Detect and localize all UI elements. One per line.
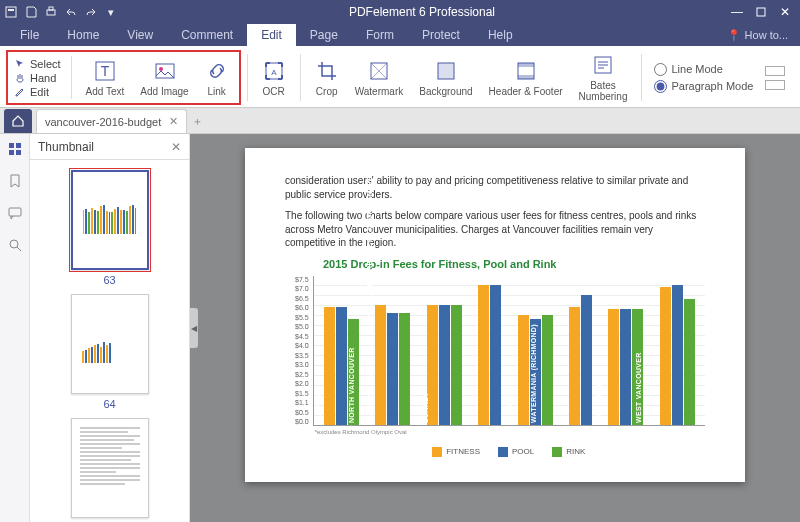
document-tab[interactable]: vancouver-2016-budget ✕ <box>36 109 187 133</box>
thumbnail-panel: Thumbnail ✕ 63 64 65 <box>30 134 190 522</box>
svg-rect-2 <box>47 10 55 15</box>
link-button[interactable]: Link <box>197 52 237 103</box>
panel-close-icon[interactable]: ✕ <box>171 140 181 154</box>
pdf-page: consideration users' ability to pay and … <box>245 148 745 482</box>
add-text-button[interactable]: T Add Text <box>78 52 133 103</box>
how-to-link[interactable]: 📍 How to... <box>727 29 794 42</box>
chart-bar-group: WATERMANIA (RICHMOND) <box>569 295 592 425</box>
save-icon[interactable] <box>24 5 38 19</box>
close-button[interactable]: ✕ <box>774 3 796 21</box>
svg-rect-13 <box>438 63 454 79</box>
maximize-button[interactable] <box>750 3 772 21</box>
cursor-icon <box>14 58 26 70</box>
menu-file[interactable]: File <box>6 24 53 46</box>
chart-ytick: $2.0 <box>295 380 309 387</box>
home-tab-button[interactable] <box>4 109 32 133</box>
ocr-icon: A <box>262 59 286 83</box>
chart-ytick: $3.5 <box>295 352 309 359</box>
thumbnails-icon[interactable] <box>6 140 24 158</box>
menubar: File Home View Comment Edit Page Form Pr… <box>0 24 800 46</box>
menu-form[interactable]: Form <box>352 24 408 46</box>
hand-label: Hand <box>30 72 56 84</box>
redo-icon[interactable] <box>84 5 98 19</box>
undo-icon[interactable] <box>64 5 78 19</box>
svg-rect-21 <box>16 150 21 155</box>
line-mode-radio[interactable]: Line Mode <box>654 63 753 76</box>
sidebar <box>0 134 30 522</box>
bookmarks-icon[interactable] <box>6 172 24 190</box>
chart-grid: BURNABYNORTH VANCOUVERSURREYSURREY LEISU… <box>313 276 705 426</box>
print-icon[interactable] <box>44 5 58 19</box>
panel-collapse-handle[interactable]: ◀ <box>190 308 198 348</box>
minimize-button[interactable]: — <box>726 3 748 21</box>
align-control-1[interactable] <box>765 66 785 76</box>
window-controls: — ✕ <box>726 3 796 21</box>
bates-button[interactable]: Bates Numbering <box>571 50 636 105</box>
chart-ytick: $1.1 <box>295 399 309 406</box>
select-tool[interactable]: Select <box>14 58 61 70</box>
hand-icon <box>14 72 26 84</box>
tab-close-icon[interactable]: ✕ <box>169 115 178 128</box>
thumbnail-65[interactable]: 65 <box>71 418 149 522</box>
crop-button[interactable]: Crop <box>307 50 347 105</box>
watermark-icon <box>367 59 391 83</box>
ribbon: Select Hand Edit T Add Text Add Image Li… <box>0 46 800 108</box>
chart-ytick: $7.0 <box>295 285 309 292</box>
legend-label: POOL <box>512 447 534 456</box>
header-footer-button[interactable]: Header & Footer <box>481 50 571 105</box>
menu-page[interactable]: Page <box>296 24 352 46</box>
title-bar: ▾ PDFelement 6 Professional — ✕ <box>0 0 800 24</box>
paragraph-mode-radio[interactable]: Paragraph Mode <box>654 80 753 93</box>
chart-ytick: $1.5 <box>295 390 309 397</box>
chart-y-axis: $7.5$7.0$6.5$6.0$5.5$5.0$4.5$4.0$3.5$3.0… <box>295 276 313 426</box>
chart-category-label: BURNABY <box>316 385 323 422</box>
chart-ytick: $4.0 <box>295 342 309 349</box>
menu-comment[interactable]: Comment <box>167 24 247 46</box>
chart-plot-area: BURNABYNORTH VANCOUVERSURREYSURREY LEISU… <box>313 276 705 466</box>
menu-view[interactable]: View <box>113 24 167 46</box>
image-icon <box>153 59 177 83</box>
app-menu-icon[interactable] <box>4 5 18 19</box>
chart-ytick: $0.5 <box>295 409 309 416</box>
background-button[interactable]: Background <box>411 50 480 105</box>
thumbnail-63[interactable]: 63 <box>71 170 149 286</box>
watermark-label: Watermark <box>355 86 404 97</box>
document-tab-label: vancouver-2016-budget <box>45 116 161 128</box>
line-mode-label: Line Mode <box>671 63 722 75</box>
ocr-button[interactable]: A OCR <box>254 50 294 105</box>
menu-home[interactable]: Home <box>53 24 113 46</box>
menu-edit[interactable]: Edit <box>247 24 296 46</box>
svg-rect-16 <box>518 75 534 79</box>
annotations-icon[interactable] <box>6 204 24 222</box>
menu-protect[interactable]: Protect <box>408 24 474 46</box>
document-viewport[interactable]: ◀ consideration users' ability to pay an… <box>190 134 800 522</box>
align-control-2[interactable] <box>765 80 785 90</box>
ocr-label: OCR <box>263 86 285 97</box>
watermark-button[interactable]: Watermark <box>347 50 412 105</box>
hand-tool[interactable]: Hand <box>14 72 61 84</box>
chart-bar: WEST VANCOUVER <box>672 285 683 425</box>
chart-bar: NORTH VANCOUVER <box>387 313 398 425</box>
menu-help[interactable]: Help <box>474 24 527 46</box>
add-tab-button[interactable]: ＋ <box>187 109 207 133</box>
chart-bar-group: NORTH VANCOUVER <box>375 305 410 425</box>
chart-ytick: $5.0 <box>295 323 309 330</box>
chart-title: 2015 Drop-in Fees for Fitness, Pool and … <box>323 258 705 270</box>
chart-bar <box>399 313 410 425</box>
legend-swatch <box>498 447 508 457</box>
thumbnail-page-number: 63 <box>103 274 115 286</box>
legend-rink: RINK <box>552 447 585 457</box>
svg-rect-15 <box>518 63 534 67</box>
search-icon[interactable] <box>6 236 24 254</box>
chart-ytick: $6.5 <box>295 295 309 302</box>
edit-tool[interactable]: Edit <box>14 86 61 98</box>
thumbnail-64[interactable]: 64 <box>71 294 149 410</box>
svg-text:T: T <box>101 63 110 79</box>
chart-bar <box>684 299 695 425</box>
app-title: PDFelement 6 Professional <box>118 5 726 19</box>
qat-dropdown-icon[interactable]: ▾ <box>104 5 118 19</box>
add-image-button[interactable]: Add Image <box>132 52 196 103</box>
svg-rect-18 <box>9 143 14 148</box>
edit-mode-group: Line Mode Paragraph Mode <box>648 50 759 105</box>
chart-bar <box>324 307 335 425</box>
